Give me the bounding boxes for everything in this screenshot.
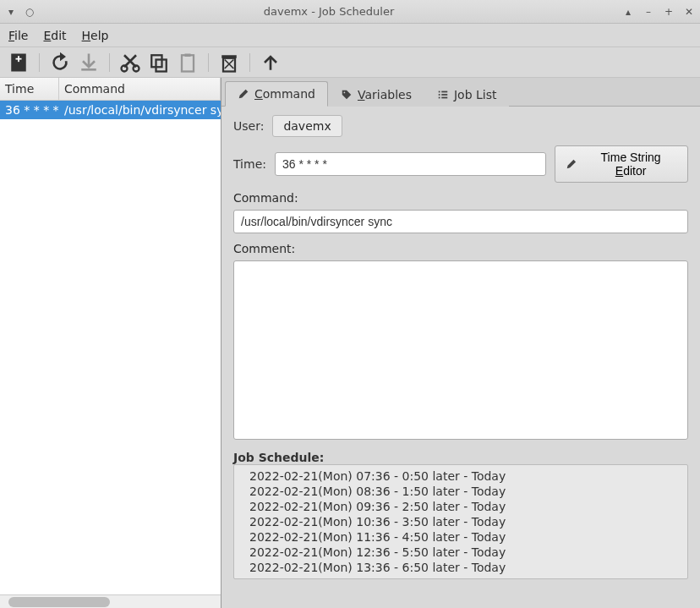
user-row: User: davemx <box>233 115 688 137</box>
toolbar-separator <box>39 53 40 72</box>
tab-variables[interactable]: Variables <box>328 82 424 107</box>
svg-rect-2 <box>18 56 19 62</box>
svg-point-5 <box>134 65 139 71</box>
cell-command: /usr/local/bin/vdirsyncer sync <box>59 101 221 119</box>
list-item[interactable]: 2022-02-21(Mon) 09:36 - 2:50 later - Tod… <box>234 499 687 514</box>
comment-textarea[interactable] <box>233 260 688 440</box>
time-row: Time: Time String Editor <box>233 145 688 183</box>
tab-body-command: User: davemx Time: Time String Editor Co… <box>221 107 700 608</box>
menubar: File Edit Help <box>0 24 700 47</box>
svg-rect-17 <box>439 97 440 99</box>
toolbar-separator <box>249 53 250 72</box>
menu-edit[interactable]: Edit <box>43 29 66 42</box>
job-list-rows[interactable]: 36 * * * * /usr/local/bin/vdirsyncer syn… <box>0 101 221 594</box>
column-header-command[interactable]: Command <box>59 78 221 100</box>
tab-bar: Command Variables Job List <box>221 78 700 107</box>
time-label: Time: <box>233 157 266 171</box>
svg-point-12 <box>343 92 345 94</box>
list-item[interactable]: 2022-02-21(Mon) 11:36 - 4:50 later - Tod… <box>234 529 687 545</box>
svg-rect-13 <box>439 91 440 93</box>
list-item[interactable]: 2022-02-21(Mon) 07:36 - 0:50 later - Tod… <box>234 468 687 484</box>
comment-label: Comment: <box>233 242 688 255</box>
list-item[interactable]: 2022-02-21(Mon) 08:36 - 1:50 later - Tod… <box>234 484 687 499</box>
rollup-icon[interactable]: ▴ <box>622 6 634 18</box>
column-header-time[interactable]: Time <box>0 78 59 100</box>
job-list-header: Time Command <box>0 78 221 101</box>
pin-icon[interactable]: ○ <box>24 6 36 18</box>
delete-button[interactable] <box>217 51 241 74</box>
detail-pane: Command Variables Job List User: davemx … <box>221 78 700 608</box>
svg-point-4 <box>122 65 128 71</box>
tab-command[interactable]: Command <box>225 81 328 107</box>
refresh-button[interactable] <box>48 51 72 74</box>
minimize-icon[interactable]: – <box>643 6 654 18</box>
pencil-icon <box>566 158 577 170</box>
comment-section: Comment: <box>233 242 688 442</box>
save-button <box>77 51 101 74</box>
cell-time: 36 * * * * <box>0 101 59 119</box>
toolbar <box>0 47 700 78</box>
toolbar-separator <box>109 53 110 72</box>
run-button[interactable] <box>259 51 282 74</box>
pencil-icon <box>238 88 249 100</box>
menu-help[interactable]: Help <box>82 29 109 42</box>
titlebar: ▾ ○ davemx - Job Scheduler ▴ – + ✕ <box>0 0 700 24</box>
list-item[interactable]: 2022-02-21(Mon) 12:36 - 5:50 later - Tod… <box>234 545 687 560</box>
table-row[interactable]: 36 * * * * /usr/local/bin/vdirsyncer syn… <box>0 101 221 119</box>
list-icon <box>437 89 449 101</box>
svg-rect-18 <box>441 97 447 99</box>
svg-rect-15 <box>439 94 440 96</box>
svg-rect-16 <box>441 94 447 96</box>
tab-joblist[interactable]: Job List <box>424 82 510 107</box>
window-menu-icon[interactable]: ▾ <box>5 6 17 18</box>
user-value: davemx <box>272 115 342 137</box>
tab-joblist-label: Job List <box>454 88 497 101</box>
scrollbar-thumb[interactable] <box>8 597 110 607</box>
svg-rect-9 <box>185 53 191 57</box>
svg-rect-3 <box>81 68 96 71</box>
time-input[interactable] <box>275 152 546 176</box>
window-title: davemx - Job Scheduler <box>36 5 622 18</box>
toolbar-separator <box>208 53 209 72</box>
list-item[interactable]: 2022-02-21(Mon) 10:36 - 3:50 later - Tod… <box>234 514 687 529</box>
command-section: Command: <box>233 191 688 233</box>
job-list-pane: Time Command 36 * * * * /usr/local/bin/v… <box>0 78 221 608</box>
schedule-section: Job Schedule: 2022-02-21(Mon) 07:36 - 0:… <box>233 451 688 579</box>
main-split: Time Command 36 * * * * /usr/local/bin/v… <box>0 78 700 608</box>
copy-button[interactable] <box>147 51 171 74</box>
cut-button[interactable] <box>118 51 142 74</box>
svg-rect-14 <box>441 91 447 93</box>
schedule-list[interactable]: 2022-02-21(Mon) 07:36 - 0:50 later - Tod… <box>233 464 688 579</box>
time-string-editor-button[interactable]: Time String Editor <box>555 145 688 183</box>
command-label: Command: <box>233 191 688 205</box>
tag-icon <box>341 89 353 101</box>
command-input[interactable] <box>233 210 688 233</box>
list-item[interactable]: 2022-02-21(Mon) 13:36 - 6:50 later - Tod… <box>234 560 687 575</box>
user-label: User: <box>233 119 264 133</box>
paste-button <box>176 51 200 74</box>
menu-file[interactable]: File <box>8 29 28 42</box>
schedule-label: Job Schedule: <box>233 451 688 464</box>
new-button[interactable] <box>7 51 30 74</box>
close-icon[interactable]: ✕ <box>683 6 695 18</box>
svg-rect-8 <box>182 55 194 71</box>
horizontal-scrollbar[interactable] <box>0 594 221 608</box>
maximize-icon[interactable]: + <box>663 6 675 18</box>
